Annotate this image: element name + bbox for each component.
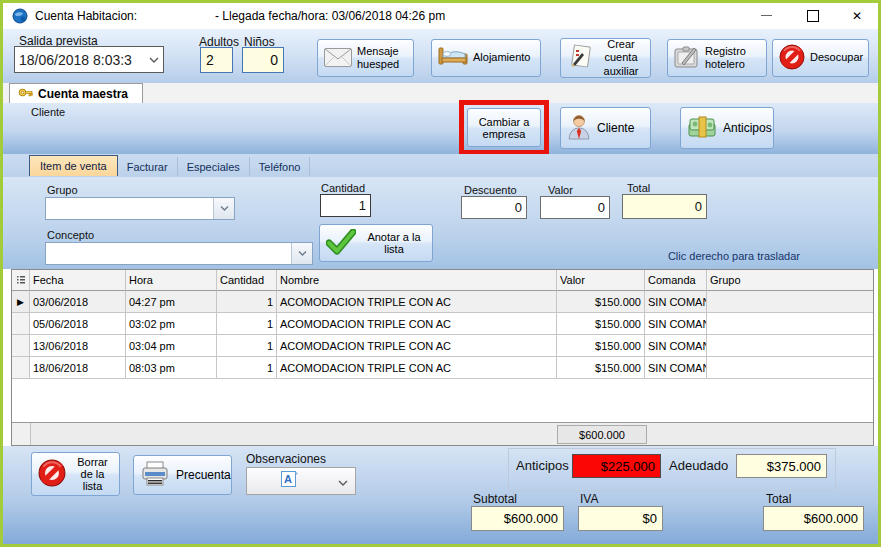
traslado-hint: Clic derecho para trasladar	[668, 250, 800, 262]
table-row[interactable]: ▶ 03/06/2018 04:27 pm 1 ACOMODACION TRIP…	[12, 291, 873, 313]
item-tabzone: Item de venta Facturar Especiales Teléfo…	[3, 154, 878, 179]
cell-grupo	[707, 335, 873, 357]
ninos-field[interactable]: 0	[242, 47, 284, 73]
valor-field[interactable]: 0	[540, 196, 610, 219]
app-icon	[12, 8, 28, 28]
crear-cuenta-auxiliar-button[interactable]: Crear cuenta auxiliar	[560, 38, 651, 78]
cantidad-field[interactable]: 1	[320, 194, 371, 217]
tab-telefono[interactable]: Teléfono	[250, 157, 311, 176]
red-highlight-box	[459, 100, 549, 155]
alojamiento-button[interactable]: Alojamiento	[431, 39, 541, 77]
anotar-a-la-lista-button[interactable]: Anotar a la lista	[319, 224, 433, 262]
mensaje-huesped-label: Mensaje huesped	[357, 45, 407, 71]
chevron-down-icon[interactable]	[338, 472, 348, 490]
no-entry-icon	[779, 44, 805, 72]
anticipos-button[interactable]: Anticipos	[680, 107, 774, 149]
cell-hora: 08:03 pm	[126, 357, 217, 379]
note-pen-icon	[567, 44, 593, 72]
cell-hora: 03:04 pm	[126, 335, 217, 357]
precuenta-button[interactable]: Precuenta	[133, 455, 232, 495]
key-icon	[18, 86, 33, 102]
col-header-valor[interactable]: Valor	[557, 270, 645, 291]
mensaje-huesped-button[interactable]: Mensaje huesped	[317, 39, 414, 77]
toolbar: Salida prevista 18/06/2018 8:03:3 Adulto…	[3, 29, 878, 84]
maximize-icon	[807, 10, 819, 22]
cantidad-label: Cantidad	[321, 182, 365, 194]
tab-item-de-venta[interactable]: Item de venta	[29, 155, 118, 176]
salida-prevista-combobox[interactable]: 18/06/2018 8:03:3	[14, 46, 164, 73]
window-title: Cuenta Habitacion:	[35, 9, 137, 23]
table-row[interactable]: 05/06/2018 03:02 pm 1 ACOMODACION TRIPLE…	[12, 313, 873, 335]
descuento-field[interactable]: 0	[461, 196, 527, 219]
desocupar-label: Desocupar	[810, 51, 863, 64]
cuenta-habitacion-window: Cuenta Habitacion: - Llegada fecha/hora:…	[0, 0, 881, 547]
cell-grupo	[707, 313, 873, 335]
footer-panel: Borrar de la lista Precuenta Observacion…	[3, 446, 878, 544]
registro-hotelero-label: Registro hotelero	[705, 45, 760, 71]
table-row[interactable]: 13/06/2018 03:04 pm 1 ACOMODACION TRIPLE…	[12, 335, 873, 357]
desocupar-button[interactable]: Desocupar	[772, 39, 869, 77]
cell-valor: $150.000	[557, 357, 645, 379]
tab-facturar[interactable]: Facturar	[118, 157, 178, 176]
maximize-button[interactable]	[796, 3, 830, 28]
concepto-combobox[interactable]	[45, 242, 313, 265]
borrar-de-la-lista-button[interactable]: Borrar de la lista	[31, 452, 120, 496]
borrar-label: Borrar de la lista	[72, 456, 113, 492]
tab-especiales[interactable]: Especiales	[178, 157, 250, 176]
subtotal-field: $600.000	[471, 506, 564, 531]
current-row-marker: ▶	[17, 297, 24, 307]
chevron-down-icon[interactable]	[291, 243, 312, 264]
crear-cuenta-auxiliar-label: Crear cuenta auxiliar	[598, 38, 644, 78]
cell-fecha: 03/06/2018	[30, 291, 126, 313]
col-header-nombre[interactable]: Nombre	[277, 270, 557, 291]
iva-field: $0	[578, 506, 663, 531]
cell-fecha: 13/06/2018	[30, 335, 126, 357]
tab-cuenta-maestra[interactable]: Cuenta maestra	[9, 83, 143, 103]
cliente-label: Cliente	[31, 106, 65, 118]
client-panel: Cliente MARULANDA STEPHANIA Cambiar a em…	[3, 103, 878, 154]
cliente-button[interactable]: Cliente	[560, 107, 651, 149]
col-header-hora[interactable]: Hora	[126, 270, 217, 291]
col-header-comanda[interactable]: Comanda	[645, 270, 707, 291]
iva-label: IVA	[580, 492, 598, 506]
svg-text:A: A	[284, 473, 292, 485]
grid-summary-row: $600.000	[12, 422, 873, 445]
chevron-down-icon[interactable]	[213, 198, 234, 219]
registro-hotelero-button[interactable]: Registro hotelero	[667, 39, 767, 77]
col-header-grupo[interactable]: Grupo	[707, 270, 873, 291]
cell-nombre: ACOMODACION TRIPLE CON AC	[277, 357, 557, 379]
salida-prevista-value: 18/06/2018 8:03:3	[15, 52, 145, 68]
total-label: Total	[627, 182, 650, 194]
titlebar: Cuenta Habitacion: - Llegada fecha/hora:…	[3, 3, 878, 29]
letter-a-image-icon: A	[281, 471, 298, 491]
anticipos-label: Anticipos	[516, 458, 569, 473]
cell-valor: $150.000	[557, 313, 645, 335]
anticipos-button-label: Anticipos	[723, 121, 772, 135]
col-header-fecha[interactable]: Fecha	[30, 270, 126, 291]
concepto-label: Concepto	[47, 229, 94, 241]
table-row[interactable]: 18/06/2018 08:03 pm 1 ACOMODACION TRIPLE…	[12, 357, 873, 379]
bed-icon	[438, 46, 468, 70]
green-check-icon	[326, 229, 356, 258]
cell-hora: 04:27 pm	[126, 291, 217, 313]
alojamiento-label: Alojamiento	[473, 51, 530, 64]
minimize-button[interactable]	[749, 3, 783, 28]
anticipos-field: $225.000	[572, 454, 661, 478]
close-button[interactable]: ✕	[840, 3, 874, 28]
chevron-down-icon[interactable]	[145, 47, 163, 72]
cell-fecha: 05/06/2018	[30, 313, 126, 335]
cell-hora: 03:02 pm	[126, 313, 217, 335]
col-header-cantidad[interactable]: Cantidad	[217, 270, 277, 291]
money-icon	[687, 116, 717, 141]
cell-cantidad: 1	[217, 291, 277, 313]
entry-panel: Grupo Concepto Cantidad 1 Descuento 0 Va…	[3, 177, 878, 269]
total-field[interactable]: 0	[622, 194, 707, 219]
total-footer-field: $600.000	[763, 506, 864, 531]
grupo-combobox[interactable]	[45, 197, 235, 220]
cell-cantidad: 1	[217, 357, 277, 379]
printer-icon	[140, 461, 170, 490]
observaciones-combobox[interactable]: A	[246, 467, 356, 495]
cliente-button-label: Cliente	[597, 121, 634, 135]
adultos-field[interactable]: 2	[200, 47, 233, 73]
arrival-datetime: - Llegada fecha/hora: 03/06/2018 04:26 p…	[215, 9, 445, 23]
